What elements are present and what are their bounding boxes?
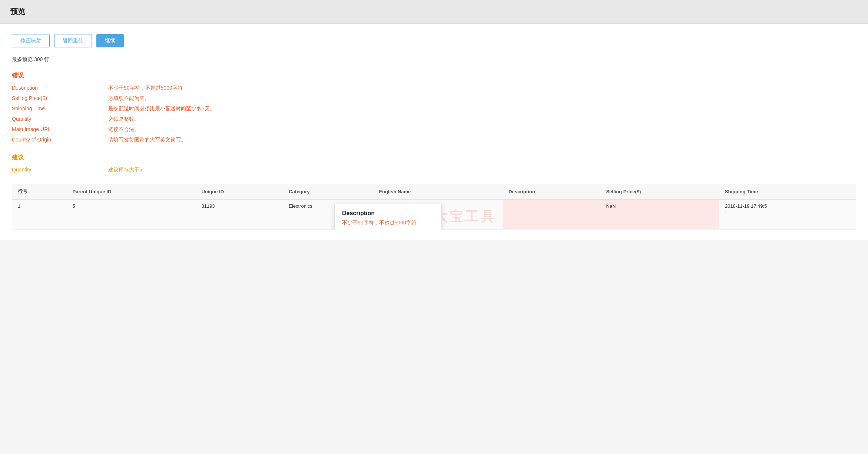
error-message: 请填写发货国家的大写英文简写。 — [108, 137, 186, 143]
table-column-header: Shipping Time — [719, 184, 856, 200]
error-field: Main Image URL — [12, 126, 108, 132]
error-row: Main Image URL链接不合法。 — [12, 126, 856, 133]
table-column-header: Selling Price($) — [600, 184, 719, 200]
table-column-header: 行号 — [12, 184, 67, 200]
page-body: 修正映射 返回重传 继续 最多预览 300 行 错误 Description不少… — [0, 24, 868, 240]
errors-section: 错误 Description不少于50字符，不超过5000字符Selling P… — [12, 72, 856, 143]
suggestion-row: Quantity建议库存大于5。 — [12, 167, 856, 173]
page-title: 预览 — [10, 7, 25, 16]
table-cell: NaN — [600, 200, 719, 230]
table-column-header: Unique ID — [195, 184, 283, 200]
table-cell — [503, 200, 600, 230]
suggestion-message: 建议库存大于5。 — [108, 167, 148, 173]
table-column-header: English Name — [373, 184, 503, 200]
table-container: 行号Parent Unique IDUnique IDCategoryEngli… — [12, 184, 856, 230]
table-column-header: Category — [283, 184, 373, 200]
error-field: Description — [12, 85, 108, 91]
error-field: Selling Price($) — [12, 95, 108, 101]
error-row: Country of Origin请填写发货国家的大写英文简写。 — [12, 137, 856, 143]
reupload-button[interactable]: 返回重传 — [54, 34, 92, 47]
error-message: 链接不合法。 — [108, 126, 139, 133]
error-row: Quantity必须是整数。 — [12, 116, 856, 123]
error-row: Description不少于50字符，不超过5000字符 — [12, 85, 856, 91]
tooltip-title: Description — [342, 210, 434, 217]
error-row: Shipping Time最长配送时间必须比最小配送时间至少多5天。 — [12, 106, 856, 112]
error-field: Quantity — [12, 116, 108, 122]
error-message: 必须是整数。 — [108, 116, 139, 123]
fix-mapping-button[interactable]: 修正映射 — [12, 34, 50, 47]
preview-info: 最多预览 300 行 — [12, 56, 856, 63]
suggestion-list: Quantity建议库存大于5。 — [12, 167, 856, 173]
suggestions-section: 建议 Quantity建议库存大于5。 — [12, 154, 856, 173]
errors-title: 错误 — [12, 72, 856, 80]
error-list: Description不少于50字符，不超过5000字符Selling Pric… — [12, 85, 856, 143]
table-cell: 31193 — [195, 200, 283, 230]
tooltip-message: 不少于50字符，不超过5000字符 — [342, 220, 434, 226]
continue-button[interactable]: 继续 — [96, 34, 124, 47]
description-tooltip: Description 不少于50字符，不超过5000字符 — [334, 204, 442, 230]
table-cell: 2018-11-19 17:49:5 ... — [719, 200, 856, 230]
error-message: 必填项不能为空。 — [108, 95, 150, 102]
error-message: 不少于50字符，不超过5000字符 — [108, 85, 183, 91]
error-field: Shipping Time — [12, 106, 108, 111]
suggestion-field: Quantity — [12, 167, 108, 173]
table-cell: 5 — [67, 200, 196, 230]
suggestions-title: 建议 — [12, 154, 856, 161]
page-header: 预览 — [0, 0, 868, 24]
table-column-header: Parent Unique ID — [67, 184, 196, 200]
error-row: Selling Price($)必填项不能为空。 — [12, 95, 856, 102]
error-field: Country of Origin — [12, 137, 108, 143]
error-message: 最长配送时间必须比最小配送时间至少多5天。 — [108, 106, 215, 112]
table-header-row: 行号Parent Unique IDUnique IDCategoryEngli… — [12, 184, 856, 200]
table-cell: 1 — [12, 200, 67, 230]
table-column-header: Description — [503, 184, 600, 200]
toolbar: 修正映射 返回重传 继续 — [12, 34, 856, 47]
